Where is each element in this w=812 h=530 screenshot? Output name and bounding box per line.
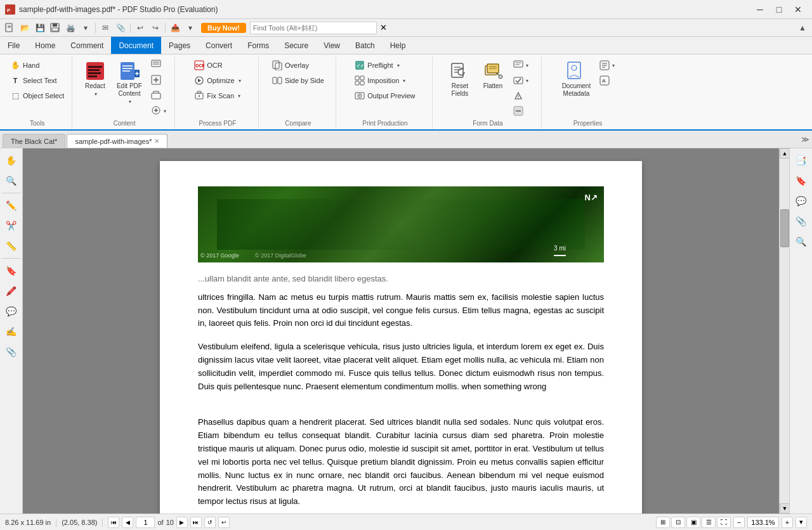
hand-tool-button[interactable]: ✋ Hand <box>8 58 67 72</box>
select-text-button[interactable]: T Select Text <box>8 74 67 87</box>
menu-comment[interactable]: Comment <box>63 37 111 54</box>
side-by-side-button[interactable]: Side by Side <box>270 74 327 87</box>
imposition-button[interactable]: Imposition ▾ <box>352 74 417 87</box>
scroll-down-button[interactable]: ▼ <box>780 503 790 514</box>
ocr-icon: OCR <box>194 60 204 70</box>
fit-width-button[interactable]: ⊞ <box>656 517 670 528</box>
qt-redo-button[interactable]: ↪ <box>148 21 162 35</box>
sidebar-crop-tool[interactable]: ✂️ <box>1 216 20 235</box>
next-page-button[interactable]: ▶ <box>176 517 188 528</box>
content-small-btn4[interactable]: ▾ <box>148 104 169 118</box>
overlay-button[interactable]: Overlay <box>270 58 327 72</box>
continuous-button[interactable]: ☰ <box>702 517 716 528</box>
qt-email-button[interactable]: ✉ <box>98 21 112 35</box>
output-preview-button[interactable]: Output Preview <box>352 89 417 103</box>
sidebar-zoom-tool[interactable]: 🔍 <box>1 171 20 190</box>
zoom-level-input[interactable] <box>747 517 779 528</box>
last-page-button[interactable]: ⏭ <box>190 517 202 528</box>
qt-save-button[interactable]: 💾 <box>33 21 47 35</box>
tab-expand-button[interactable]: ≫ <box>801 135 809 144</box>
single-page-button[interactable]: ▣ <box>686 517 700 528</box>
scrollbar[interactable]: ▲ ▼ <box>779 148 789 514</box>
menu-document[interactable]: Document <box>111 37 161 54</box>
right-panel-btn5[interactable]: 🔍 <box>791 232 810 251</box>
scroll-up-button[interactable]: ▲ <box>780 148 790 158</box>
qt-undo-button[interactable]: ↩ <box>133 21 147 35</box>
menu-forms[interactable]: Forms <box>240 37 277 54</box>
prop-small-btn1[interactable]: ▾ <box>597 58 617 72</box>
sidebar-attach-tool[interactable]: 📎 <box>1 342 20 361</box>
menu-view[interactable]: View <box>316 37 348 54</box>
first-page-button[interactable]: ⏮ <box>108 517 119 528</box>
menu-file[interactable]: File <box>0 37 27 54</box>
scroll-track[interactable] <box>780 158 789 503</box>
qt-open-button[interactable]: 📂 <box>18 21 32 35</box>
qt-dropdown-button[interactable]: ▾ <box>79 21 93 35</box>
reset-fields-button[interactable]: Reset Fields <box>445 58 475 100</box>
object-select-button[interactable]: ⬚ Object Select <box>8 89 67 103</box>
menu-pages[interactable]: Pages <box>161 37 198 54</box>
maximize-button[interactable]: □ <box>770 3 788 16</box>
content-small-btn1[interactable] <box>148 58 169 72</box>
qt-save2-button[interactable] <box>48 21 62 35</box>
preflight-button[interactable]: ✓✓ Preflight ▾ <box>352 58 417 72</box>
zoom-out-button[interactable]: − <box>733 517 745 528</box>
properties-group-label: Properties <box>543 119 632 128</box>
flatten-button[interactable]: Flatten <box>478 58 508 93</box>
fit-page-button[interactable]: ⊡ <box>671 517 685 528</box>
content-small-btn3[interactable] <box>148 89 169 103</box>
edit-pdf-content-button[interactable]: Edit PDF Content ▾ <box>113 58 146 107</box>
zoom-in-button[interactable]: + <box>782 517 793 528</box>
tab-black-cat[interactable]: The Black Cat* <box>3 134 65 148</box>
form-small-btn2[interactable]: ▾ <box>511 74 531 87</box>
minimize-button[interactable]: ─ <box>751 3 769 16</box>
qt-share-button[interactable]: 📤 <box>168 21 182 35</box>
sidebar-measure-tool[interactable]: 📏 <box>1 236 20 255</box>
redact-button[interactable]: Redact ▾ <box>80 58 110 100</box>
content-small-btn2[interactable] <box>148 74 169 87</box>
left-sidebar: ✋ 🔍 ✏️ ✂️ 📏 🔖 🖍️ 💬 ✍️ 📎 <box>0 148 23 514</box>
menu-convert[interactable]: Convert <box>198 37 240 54</box>
sidebar-signature-tool[interactable]: ✍️ <box>1 322 20 341</box>
buy-now-button[interactable]: Buy Now! <box>201 23 246 33</box>
qt-print-button[interactable]: 🖨️ <box>63 21 77 35</box>
qt-attach-button[interactable]: 📎 <box>114 21 128 35</box>
zoom-dropdown-button[interactable]: ▾ <box>796 517 807 528</box>
sidebar-comment-tool[interactable]: 💬 <box>1 302 20 321</box>
form-small-btn3[interactable] <box>511 89 531 103</box>
prop-small-btn2[interactable]: A <box>597 74 617 87</box>
right-panel-btn4[interactable]: 📎 <box>791 212 810 231</box>
refresh-button[interactable]: ↺ <box>204 517 216 528</box>
zoom-expand-button[interactable]: ⛶ <box>717 517 731 528</box>
sidebar-stamp-tool[interactable]: 🔖 <box>1 261 20 280</box>
form-small-btn4[interactable] <box>511 104 531 118</box>
pdf-viewer[interactable]: © 2017 Google © 2017 DigitalGlobe N↗ 3 m… <box>23 148 779 514</box>
right-panel-btn1[interactable]: 📑 <box>791 151 810 170</box>
ocr-button[interactable]: OCR OCR <box>192 58 243 72</box>
close-button[interactable]: ✕ <box>789 3 807 16</box>
document-metadata-button[interactable]: Document Metadata <box>558 58 595 100</box>
menu-home[interactable]: Home <box>27 37 63 54</box>
current-page-input[interactable] <box>136 517 155 528</box>
right-panel-btn3[interactable]: 💬 <box>791 191 810 210</box>
form-small-btn1[interactable]: ▾ <box>511 58 531 72</box>
menu-batch[interactable]: Batch <box>348 37 383 54</box>
find-tools-input[interactable] <box>250 22 377 34</box>
fix-scan-button[interactable]: Fix Scan ▾ <box>192 89 243 103</box>
find-tools-clear[interactable]: ✕ <box>378 22 390 34</box>
optimize-button[interactable]: Optimize ▾ <box>192 74 243 87</box>
sidebar-edit-tool[interactable]: ✏️ <box>1 196 20 215</box>
right-panel-btn2[interactable]: 🔖 <box>791 171 810 190</box>
sidebar-highlight-tool[interactable]: 🖍️ <box>1 281 20 301</box>
tab-sample-pdf[interactable]: sample-pdf-with-images* ✕ <box>67 134 167 148</box>
tab-sample-pdf-close[interactable]: ✕ <box>154 138 159 145</box>
prev-page-button[interactable]: ◀ <box>122 517 133 528</box>
menu-help[interactable]: Help <box>383 37 414 54</box>
scroll-thumb[interactable] <box>780 209 789 247</box>
qt-new-button[interactable] <box>3 21 16 35</box>
sidebar-hand-tool[interactable]: ✋ <box>1 151 20 170</box>
back-button[interactable]: ↩ <box>218 517 230 528</box>
ribbon-collapse-button[interactable]: ▲ <box>796 21 809 35</box>
qt-dropdown2-button[interactable]: ▾ <box>183 21 197 35</box>
menu-secure[interactable]: Secure <box>277 37 316 54</box>
